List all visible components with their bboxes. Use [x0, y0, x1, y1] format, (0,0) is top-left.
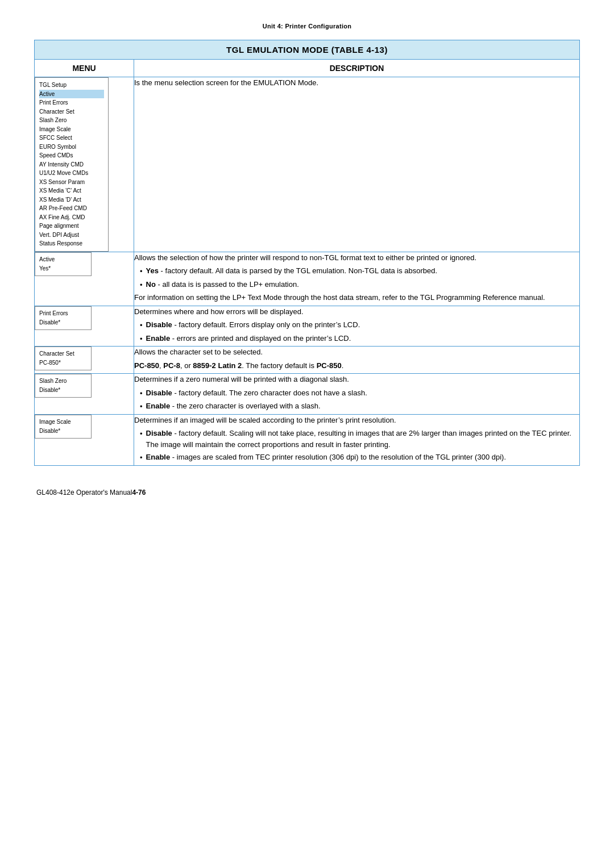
menu-line: Image Scale: [39, 418, 87, 427]
col-header-row: MENU DESCRIPTION: [35, 60, 580, 77]
desc-text: Allows the character set to be selected.: [134, 347, 579, 358]
bullet-icon: •: [140, 320, 143, 331]
bullet-icon: •: [140, 401, 143, 412]
table-row: Slash ZeroDisable*Determines if a zero n…: [35, 374, 580, 415]
menu-line: Character Set: [39, 349, 87, 358]
bullet-text: Disable - factory default. The zero char…: [146, 387, 367, 399]
menu-cell: ActiveYes*: [35, 252, 134, 306]
bullet-icon: •: [140, 388, 143, 399]
bullet-icon: •: [140, 279, 143, 291]
page-footer: GL408-412e Operator's Manual 4-76: [34, 489, 580, 496]
desc-cell: Is the menu selection screen for the EMU…: [134, 77, 580, 252]
bullet-text: Enable - errors are printed and displaye…: [146, 333, 351, 344]
desc-text: For information on setting the LP+ Text …: [134, 292, 579, 303]
page-header: Unit 4: Printer Configuration: [34, 23, 580, 30]
bullet-icon: •: [140, 452, 143, 464]
desc-bullet: •Enable - the zero character is overlaye…: [140, 400, 579, 412]
desc-bullet: •Disable - factory default. Scaling will…: [140, 428, 579, 450]
menu-item: U1/U2 Move CMDs: [39, 169, 104, 178]
desc-text: Determines if a zero numeral will be pri…: [134, 374, 579, 385]
menu-cell: Slash ZeroDisable*: [35, 374, 134, 415]
desc-text: PC-850, PC-8, or 8859-2 Latin 2. The fac…: [134, 360, 579, 372]
bullet-icon: •: [140, 266, 143, 277]
bullet-icon: •: [140, 333, 143, 345]
desc-text: Determines where and how errors will be …: [134, 306, 579, 318]
desc-bullet: •Disable - factory default. Errors displ…: [140, 319, 579, 331]
menu-line: Slash Zero: [39, 377, 87, 386]
menu-item: TGL Setup: [39, 81, 104, 90]
menu-item: AX Fine Adj. CMD: [39, 213, 104, 222]
bullet-text: Enable - the zero character is overlayed…: [146, 400, 321, 412]
menu-line: Print Errors: [39, 309, 87, 318]
bullet-text: Yes - factory default. All data is parse…: [146, 265, 438, 277]
desc-cell: Determines where and how errors will be …: [134, 306, 580, 347]
menu-item: Print Errors: [39, 98, 104, 107]
menu-item: Speed CMDs: [39, 151, 104, 160]
small-menu-box: Image ScaleDisable*: [35, 415, 92, 439]
desc-bullet: •Enable - errors are printed and display…: [140, 333, 579, 345]
bullet-text: No - all data is is passed to the LP+ em…: [146, 279, 299, 290]
table-row: Image ScaleDisable*Determines if an imag…: [35, 414, 580, 465]
desc-cell: Allows the character set to be selected.…: [134, 347, 580, 374]
table-row: TGL SetupActivePrint ErrorsCharacter Set…: [35, 77, 580, 252]
menu-item: Image Scale: [39, 125, 104, 134]
menu-item: Active: [39, 90, 104, 99]
menu-item: XS Sensor Param: [39, 178, 104, 187]
small-menu-box: ActiveYes*: [35, 252, 92, 276]
bullet-text: Disable - factory default. Errors displa…: [146, 319, 360, 331]
table-row: Print ErrorsDisable*Determines where and…: [35, 306, 580, 347]
bullet-text: Enable - images are scaled from TEC prin…: [146, 452, 506, 463]
desc-cell: Determines if a zero numeral will be pri…: [134, 374, 580, 415]
menu-item: Character Set: [39, 107, 104, 116]
menu-line: Disable*: [39, 427, 87, 436]
main-menu-box: TGL SetupActivePrint ErrorsCharacter Set…: [35, 77, 109, 252]
menu-item: Vert. DPI Adjust: [39, 231, 104, 240]
menu-item: EURO Symbol: [39, 143, 104, 152]
col-desc-header: DESCRIPTION: [134, 60, 580, 77]
menu-line: Disable*: [39, 386, 87, 395]
small-menu-box: Slash ZeroDisable*: [35, 374, 92, 398]
desc-cell: Determines if an imaged will be scaled a…: [134, 414, 580, 465]
menu-item: AY Intensity CMD: [39, 160, 104, 169]
menu-item: SFCC Select: [39, 133, 104, 143]
menu-line: Active: [39, 255, 87, 264]
desc-bullet: •No - all data is is passed to the LP+ e…: [140, 279, 579, 291]
menu-item: XS Media 'C' Act: [39, 186, 104, 195]
desc-text: Determines if an imaged will be scaled a…: [134, 415, 579, 426]
menu-item: XS Media 'D' Act: [39, 195, 104, 205]
footer-left: GL408-412e Operator's Manual: [36, 489, 132, 496]
main-table: TGL EMULATION MODE (TABLE 4-13) MENU DES…: [34, 40, 580, 466]
bullet-icon: •: [140, 428, 143, 440]
menu-line: Yes*: [39, 264, 87, 273]
table-title: TGL EMULATION MODE (TABLE 4-13): [35, 40, 580, 60]
menu-cell: TGL SetupActivePrint ErrorsCharacter Set…: [35, 77, 134, 252]
menu-cell: Character SetPC-850*: [35, 347, 134, 374]
desc-cell: Allows the selection of how the printer …: [134, 252, 580, 306]
small-menu-box: Print ErrorsDisable*: [35, 306, 92, 330]
menu-cell: Image ScaleDisable*: [35, 414, 134, 465]
desc-bullet: •Enable - images are scaled from TEC pri…: [140, 452, 579, 464]
footer-center: 4-76: [132, 489, 146, 496]
menu-item: Page alignment: [39, 222, 104, 231]
desc-bullet: •Yes - factory default. All data is pars…: [140, 265, 579, 277]
table-row: Character SetPC-850*Allows the character…: [35, 347, 580, 374]
small-menu-box: Character SetPC-850*: [35, 347, 92, 370]
desc-text: Allows the selection of how the printer …: [134, 252, 579, 264]
bullet-text: Disable - factory default. Scaling will …: [146, 428, 579, 450]
table-title-row: TGL EMULATION MODE (TABLE 4-13): [35, 40, 580, 60]
page: Unit 4: Printer Configuration TGL EMULAT…: [0, 0, 614, 868]
menu-item: Slash Zero: [39, 116, 104, 125]
table-row: ActiveYes*Allows the selection of how th…: [35, 252, 580, 306]
menu-item: Status Response: [39, 239, 104, 248]
menu-item: AR Pre-Feed CMD: [39, 204, 104, 213]
col-menu-header: MENU: [35, 60, 134, 77]
menu-line: Disable*: [39, 318, 87, 327]
desc-text: Is the menu selection screen for the EMU…: [134, 77, 579, 89]
menu-cell: Print ErrorsDisable*: [35, 306, 134, 347]
menu-line: PC-850*: [39, 358, 87, 368]
desc-bullet: •Disable - factory default. The zero cha…: [140, 387, 579, 399]
